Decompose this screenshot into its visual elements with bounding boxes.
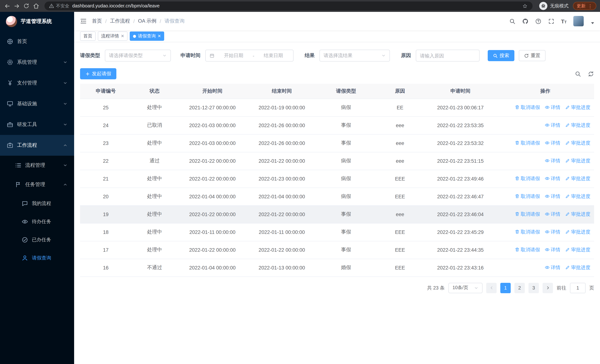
refresh-table-icon[interactable] [588, 71, 594, 77]
result-select[interactable]: 请选择流结果 [319, 50, 390, 62]
tab-home[interactable]: 首页 [80, 31, 96, 41]
start-date-placeholder[interactable]: 开始日期 [217, 52, 250, 59]
sidebar-item-leave-query[interactable]: 请假查询 [0, 249, 74, 267]
row-actions-cell: 取消请假详情审批进度 [497, 187, 594, 205]
prev-page-button[interactable] [486, 283, 497, 293]
home-button[interactable] [33, 3, 39, 9]
reload-button[interactable] [23, 3, 30, 9]
action-progress-link[interactable]: 审批进度 [565, 246, 590, 253]
search-icon[interactable] [509, 18, 515, 24]
sidebar-item-payment[interactable]: 支付管理 [0, 73, 74, 93]
action-detail-link[interactable]: 详情 [545, 140, 560, 146]
row-actions-cell: 取消请假详情审批进度 [497, 134, 594, 152]
sidebar-item-todo-tasks[interactable]: 待办任务 [0, 212, 74, 231]
action-progress-link[interactable]: 审批进度 [565, 158, 590, 164]
end-date-placeholder[interactable]: 结束日期 [257, 52, 290, 59]
action-detail-link[interactable]: 详情 [545, 229, 560, 235]
url-text[interactable]: dashboard.yudao.iocoder.cn/bpm/oa/leave [72, 3, 518, 9]
sidebar-item-my-process[interactable]: 我的流程 [0, 194, 74, 212]
page-button-2[interactable]: 2 [514, 283, 525, 293]
update-button[interactable]: 更新 ⋮ [573, 2, 596, 10]
trash-icon [515, 212, 520, 217]
action-progress-link[interactable]: 审批进度 [565, 264, 590, 271]
action-progress-link[interactable]: 审批进度 [565, 193, 590, 200]
action-detail-link[interactable]: 详情 [545, 158, 560, 164]
sidebar-item-devtools[interactable]: 研发工具 [0, 114, 74, 135]
cell-start-time: 2022-01-04 00:00:00 [178, 187, 247, 205]
action-cancel-link[interactable]: 取消请假 [515, 193, 540, 200]
top-header: 首页 / 工作流程 / OA 示例 / 请假查询 TT [74, 12, 600, 30]
tab-label: 流程详情 [101, 33, 119, 39]
sidebar-item-done-tasks[interactable]: 已办任务 [0, 231, 74, 249]
fullscreen-icon[interactable] [548, 18, 554, 24]
forward-button[interactable] [13, 3, 20, 9]
sidebar-collapse-icon[interactable] [80, 18, 87, 24]
action-cancel-link[interactable]: 取消请假 [515, 104, 540, 111]
action-progress-link[interactable]: 审批进度 [565, 175, 590, 182]
action-cancel-link[interactable]: 取消请假 [515, 175, 540, 182]
cell-id: 17 [80, 241, 131, 259]
action-progress-link[interactable]: 审批进度 [565, 229, 590, 235]
cell-apply-time: 2022-01-22 23:53:32 [424, 134, 496, 152]
sidebar-item-home[interactable]: 首页 [0, 31, 74, 52]
action-detail-link[interactable]: 详情 [545, 264, 560, 271]
cell-apply-time: 2022-01-23 00:06:17 [424, 99, 496, 116]
sidebar-item-task-management[interactable]: 任务管理 [0, 175, 74, 194]
sidebar-item-infrastructure[interactable]: 基础设施 [0, 93, 74, 114]
tab-process-detail[interactable]: 流程详情 ✕ [98, 31, 128, 41]
cell-leave-type: 病假 [317, 152, 375, 170]
sidebar-item-process-management[interactable]: 流程管理 [0, 156, 74, 175]
page-button-3[interactable]: 3 [528, 283, 539, 293]
page-size-select[interactable]: 10条/页 [449, 283, 483, 293]
cell-start-time: 2022-01-22 00:00:00 [178, 152, 247, 170]
action-detail-link[interactable]: 详情 [545, 175, 560, 182]
action-detail-link[interactable]: 详情 [545, 211, 560, 218]
action-detail-link[interactable]: 详情 [545, 104, 560, 111]
incognito-icon [539, 2, 547, 10]
action-progress-link[interactable]: 审批进度 [565, 211, 590, 218]
breadcrumb-item[interactable]: OA 示例 [138, 18, 156, 24]
action-progress-link[interactable]: 审批进度 [565, 104, 590, 111]
next-page-button[interactable] [543, 283, 553, 293]
yen-icon [7, 80, 13, 86]
security-warning[interactable]: 不安全 [49, 3, 69, 9]
leave-type-select[interactable]: 请选择请假类型 [105, 50, 171, 62]
action-detail-link[interactable]: 详情 [545, 122, 560, 129]
reset-button[interactable]: 重置 [519, 50, 545, 61]
reason-input[interactable] [420, 53, 476, 58]
user-avatar[interactable] [573, 16, 584, 26]
address-bar[interactable]: 不安全 dashboard.yudao.iocoder.cn/bpm/oa/le… [45, 1, 533, 10]
breadcrumb-item[interactable]: 首页 [92, 18, 102, 24]
avatar-caret-icon[interactable] [591, 22, 594, 24]
sidebar-item-label: 系统管理 [17, 59, 37, 65]
action-progress-link[interactable]: 审批进度 [565, 140, 590, 146]
sidebar-item-system[interactable]: 系统管理 [0, 52, 74, 73]
action-cancel-link[interactable]: 取消请假 [515, 211, 540, 218]
tab-leave-query[interactable]: 请假查询 ✕ [130, 31, 164, 41]
action-cancel-link[interactable]: 取消请假 [515, 229, 540, 235]
page-button-1[interactable]: 1 [500, 283, 511, 293]
close-icon[interactable]: ✕ [158, 34, 161, 38]
bookmark-star-icon[interactable] [521, 3, 528, 9]
action-progress-link[interactable]: 审批进度 [565, 122, 590, 129]
chevron-down-icon [63, 81, 67, 85]
github-icon[interactable] [522, 18, 528, 24]
close-icon[interactable]: ✕ [121, 34, 124, 38]
edit-pen-icon [565, 212, 570, 217]
sidebar-item-label: 任务管理 [25, 181, 45, 188]
create-leave-button[interactable]: 发起请假 [80, 68, 116, 79]
help-icon[interactable] [535, 18, 541, 24]
back-button[interactable] [4, 3, 10, 9]
font-size-icon[interactable]: TT [561, 18, 567, 24]
search-button[interactable]: 搜索 [488, 50, 514, 61]
toggle-search-icon[interactable] [575, 71, 581, 77]
action-detail-link[interactable]: 详情 [545, 193, 560, 200]
action-cancel-link[interactable]: 取消请假 [515, 246, 540, 253]
apply-time-range-picker[interactable]: 开始日期 - 结束日期 [205, 50, 293, 62]
breadcrumb-item[interactable]: 工作流程 [110, 18, 130, 24]
browser-menu-kebab-icon[interactable]: ⋮ [588, 3, 593, 8]
sidebar-item-workflow[interactable]: 工作流程 [0, 135, 74, 156]
goto-page-input[interactable] [570, 283, 586, 293]
action-detail-link[interactable]: 详情 [545, 246, 560, 253]
action-cancel-link[interactable]: 取消请假 [515, 140, 540, 146]
